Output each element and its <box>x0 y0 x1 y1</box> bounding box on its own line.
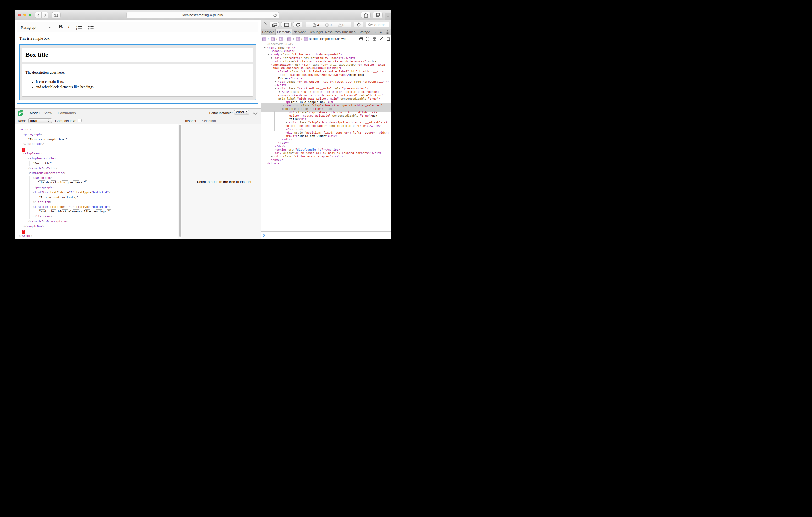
svg-text:1: 1 <box>76 25 78 28</box>
svg-text:2: 2 <box>76 28 78 30</box>
